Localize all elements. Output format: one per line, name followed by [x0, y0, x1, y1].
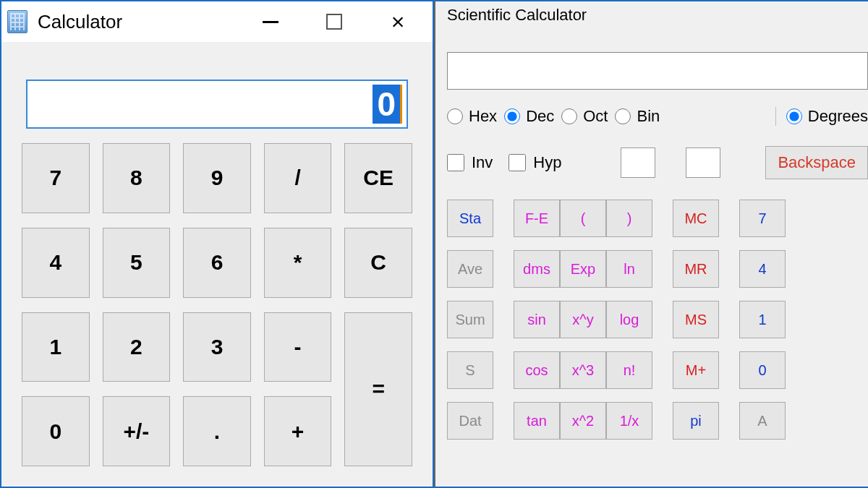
fn-log-button[interactable]: log — [606, 301, 652, 338]
fn-x3-button[interactable]: x^3 — [560, 351, 606, 389]
title-bar: Calculator × — [1, 1, 433, 42]
maximize-button[interactable] — [320, 7, 349, 36]
key-[interactable]: = — [344, 312, 412, 467]
stat-dat-button[interactable]: Dat — [447, 402, 493, 440]
fn-sin-button[interactable]: sin — [514, 301, 560, 338]
check-inv[interactable]: Inv — [447, 153, 493, 172]
key-[interactable]: - — [264, 312, 332, 382]
radio-oct[interactable]: Oct — [561, 107, 608, 126]
radio-hex[interactable]: Hex — [447, 107, 497, 126]
key-6[interactable]: 6 — [183, 228, 251, 298]
window-title: Calculator — [38, 11, 122, 33]
num-0-button[interactable]: 0 — [739, 351, 786, 389]
key-9[interactable]: 9 — [183, 143, 251, 213]
scientific-keypad: StaF-E()MC7AvedmsExplnMR4Sumsinx^ylogMS1… — [447, 200, 868, 440]
key-[interactable]: +/- — [103, 396, 171, 466]
fn-cos-button[interactable]: cos — [514, 351, 560, 389]
blank-indicator — [686, 147, 720, 178]
blank-indicator — [621, 147, 655, 178]
stat-s-button[interactable]: S — [447, 351, 493, 389]
num-7-button[interactable]: 7 — [739, 200, 786, 237]
key-8[interactable]: 8 — [103, 143, 171, 213]
fn-xy-button[interactable]: x^y — [560, 301, 606, 338]
backspace-button[interactable]: Backspace — [765, 146, 868, 179]
num-1-button[interactable]: 1 — [739, 301, 786, 338]
fn-fe-button[interactable]: F-E — [514, 200, 560, 237]
key-0[interactable]: 0 — [22, 396, 90, 466]
fn-tan-button[interactable]: tan — [514, 402, 560, 440]
modifier-row: InvHypBackspace — [447, 146, 868, 179]
stat-sum-button[interactable]: Sum — [447, 301, 493, 338]
scientific-calculator-window: Scientific Calculator HexDecOctBinDegree… — [434, 0, 868, 488]
display-area: 0 — [1, 42, 433, 143]
key-[interactable]: / — [264, 143, 332, 213]
radio-degrees[interactable]: Degrees — [786, 107, 868, 126]
num-4-button[interactable]: 4 — [739, 250, 786, 288]
close-button[interactable]: × — [383, 7, 412, 36]
fn-ln-button[interactable]: ln — [606, 250, 652, 288]
simple-calculator-window: Calculator × 0 789/CE456*C123-=0+/-.+ — [0, 0, 434, 488]
mem-ms-button[interactable]: MS — [673, 301, 719, 338]
key-2[interactable]: 2 — [103, 312, 171, 382]
key-[interactable]: + — [264, 396, 332, 466]
calc-display[interactable] — [447, 52, 868, 90]
radio-bin[interactable]: Bin — [615, 107, 660, 126]
display-value: 0 — [373, 85, 402, 124]
key-[interactable]: * — [264, 228, 332, 298]
calculator-icon — [7, 10, 27, 33]
fn-dms-button[interactable]: dms — [514, 250, 560, 288]
keypad: 789/CE456*C123-=0+/-.+ — [1, 143, 433, 487]
key-ce[interactable]: CE — [344, 143, 412, 213]
window-controls: × — [256, 7, 427, 36]
calc-display[interactable]: 0 — [26, 80, 408, 129]
fn--button[interactable]: ) — [606, 200, 652, 237]
minimize-button[interactable] — [256, 7, 285, 36]
check-hyp[interactable]: Hyp — [509, 153, 561, 172]
fn-x2-button[interactable]: x^2 — [560, 402, 606, 440]
key-4[interactable]: 4 — [22, 228, 90, 298]
number-base-row: HexDecOctBinDegrees — [447, 107, 868, 126]
key-c[interactable]: C — [344, 228, 412, 298]
mem-mr-button[interactable]: MR — [673, 250, 719, 288]
fn-n-button[interactable]: n! — [606, 351, 652, 389]
window-title: Scientific Calculator — [447, 6, 868, 25]
fn-1x-button[interactable]: 1/x — [606, 402, 652, 440]
mem-pi-button[interactable]: pi — [673, 402, 719, 440]
key-1[interactable]: 1 — [22, 312, 90, 382]
key-3[interactable]: 3 — [183, 312, 251, 382]
stat-sta-button[interactable]: Sta — [447, 200, 493, 237]
mem-mc-button[interactable]: MC — [673, 200, 719, 237]
stat-ave-button[interactable]: Ave — [447, 250, 493, 288]
fn--button[interactable]: ( — [560, 200, 606, 237]
radio-dec[interactable]: Dec — [504, 107, 554, 126]
key-5[interactable]: 5 — [103, 228, 171, 298]
key-7[interactable]: 7 — [22, 143, 90, 213]
num-a-button[interactable]: A — [739, 402, 786, 440]
mem-m+-button[interactable]: M+ — [673, 351, 719, 389]
key-[interactable]: . — [183, 396, 251, 466]
fn-exp-button[interactable]: Exp — [560, 250, 606, 288]
